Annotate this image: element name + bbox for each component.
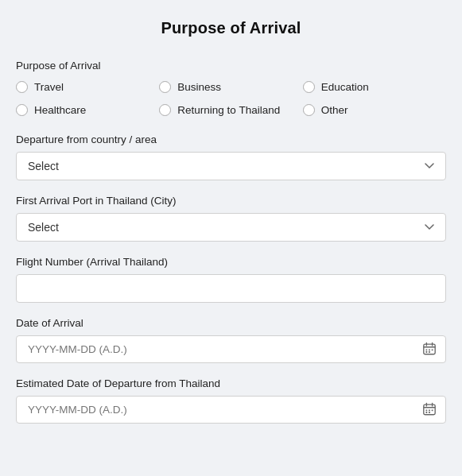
radio-option-returning[interactable]: Returning to Thailand	[159, 104, 302, 116]
flight-number-input[interactable]	[16, 274, 446, 303]
page-container: Purpose of Arrival Purpose of Arrival Tr…	[0, 0, 462, 476]
page-title: Purpose of Arrival	[16, 19, 446, 37]
flight-number-label: Flight Number (Arrival Thailand)	[16, 256, 446, 268]
radio-label-travel: Travel	[34, 81, 64, 93]
purpose-radio-group: Travel Business Education Healthcare Ret…	[16, 81, 446, 116]
date-arrival-input[interactable]	[16, 335, 446, 363]
radio-label-education: Education	[321, 81, 369, 93]
departure-country-group: Departure from country / area Select	[16, 134, 446, 180]
radio-education[interactable]	[303, 81, 315, 93]
estimated-departure-label: Estimated Date of Departure from Thailan…	[16, 377, 446, 389]
departure-country-select[interactable]: Select	[16, 152, 446, 180]
radio-business[interactable]	[159, 81, 171, 93]
departure-country-label: Departure from country / area	[16, 134, 446, 145]
radio-option-other[interactable]: Other	[303, 104, 446, 116]
radio-option-healthcare[interactable]: Healthcare	[16, 104, 159, 116]
flight-number-group: Flight Number (Arrival Thailand)	[16, 256, 446, 303]
radio-label-healthcare: Healthcare	[34, 104, 86, 116]
radio-option-education[interactable]: Education	[303, 81, 446, 93]
radio-label-returning: Returning to Thailand	[177, 104, 280, 116]
estimated-departure-input[interactable]	[16, 396, 446, 424]
estimated-departure-wrapper	[16, 396, 446, 424]
radio-healthcare[interactable]	[16, 104, 28, 116]
radio-other[interactable]	[303, 104, 315, 116]
date-arrival-group: Date of Arrival	[16, 317, 446, 363]
radio-label-business: Business	[177, 81, 221, 93]
radio-label-other: Other	[321, 104, 348, 116]
arrival-port-select[interactable]: Select	[16, 213, 446, 242]
estimated-departure-group: Estimated Date of Departure from Thailan…	[16, 377, 446, 424]
purpose-section-label: Purpose of Arrival	[16, 60, 446, 72]
date-arrival-label: Date of Arrival	[16, 317, 446, 329]
purpose-section: Purpose of Arrival Travel Business Educa…	[16, 60, 446, 116]
arrival-port-label: First Arrival Port in Thailand (City)	[16, 195, 446, 207]
radio-returning[interactable]	[159, 104, 171, 116]
date-arrival-wrapper	[16, 335, 446, 363]
radio-travel[interactable]	[16, 81, 28, 93]
arrival-port-group: First Arrival Port in Thailand (City) Se…	[16, 195, 446, 242]
radio-option-business[interactable]: Business	[159, 81, 302, 93]
radio-option-travel[interactable]: Travel	[16, 81, 159, 93]
